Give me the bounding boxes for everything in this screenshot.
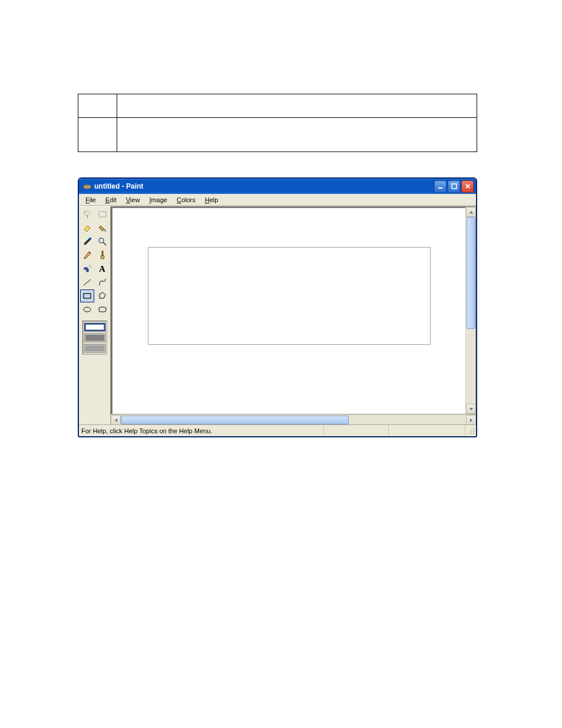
svg-text:A: A	[99, 264, 105, 274]
document-table	[78, 94, 477, 152]
menu-help[interactable]: Help	[201, 196, 223, 204]
menu-image[interactable]: Image	[145, 196, 171, 204]
tool-rectangle[interactable]	[80, 289, 94, 302]
paint-window: untitled - Paint File Edit View Image Co…	[78, 177, 477, 437]
menu-view[interactable]: View	[122, 196, 144, 204]
menu-file[interactable]: File	[81, 196, 100, 204]
status-help-text: For Help, click Help Topics on the Help …	[81, 427, 212, 434]
scroll-down-button[interactable]	[466, 404, 476, 414]
svg-rect-5	[452, 184, 457, 189]
status-size-pane	[389, 425, 465, 436]
titlebar[interactable]: untitled - Paint	[79, 179, 476, 194]
svg-point-11	[90, 267, 91, 268]
vertical-scroll-track[interactable]	[466, 217, 475, 404]
tool-polygon[interactable]	[95, 289, 110, 302]
scroll-up-button[interactable]	[466, 207, 476, 217]
resize-grip-icon[interactable]	[465, 426, 476, 436]
table-cell	[78, 118, 117, 152]
svg-point-12	[90, 265, 90, 265]
statusbar: For Help, click Help Topics on the Help …	[79, 424, 476, 436]
vertical-scrollbar[interactable]	[465, 207, 475, 414]
horizontal-scroll-thumb[interactable]	[121, 416, 349, 424]
drawn-rectangle	[148, 247, 431, 345]
svg-point-10	[89, 266, 90, 266]
table-cell	[78, 94, 117, 118]
svg-rect-16	[99, 307, 106, 312]
tool-fill[interactable]	[95, 222, 110, 235]
toolbox: A	[79, 206, 111, 424]
svg-rect-9	[102, 251, 103, 256]
tool-airbrush[interactable]	[80, 262, 94, 275]
svg-point-17	[473, 428, 474, 429]
tool-rounded-rectangle[interactable]	[95, 303, 110, 316]
svg-point-21	[471, 433, 472, 434]
svg-point-15	[84, 307, 91, 312]
tool-select[interactable]	[95, 208, 110, 221]
fill-option-outline[interactable]	[84, 323, 105, 331]
window-title: untitled - Paint	[94, 182, 143, 190]
canvas[interactable]	[113, 208, 465, 414]
tool-pick-color[interactable]	[80, 235, 94, 248]
table-cell	[117, 94, 477, 118]
svg-rect-4	[438, 187, 442, 189]
fill-option-outline-fill[interactable]	[84, 334, 105, 342]
svg-point-1	[85, 186, 86, 187]
tool-text[interactable]: A	[95, 262, 110, 275]
tool-options	[82, 321, 107, 355]
status-help-pane: For Help, click Help Topics on the Help …	[79, 425, 324, 436]
maximize-button[interactable]	[448, 180, 460, 193]
svg-point-3	[88, 186, 90, 187]
tool-curve[interactable]	[95, 276, 110, 289]
menubar: File Edit View Image Colors Help	[79, 194, 476, 206]
tool-ellipse[interactable]	[80, 303, 94, 316]
close-button[interactable]	[461, 180, 474, 193]
tool-eraser[interactable]	[80, 222, 94, 235]
scroll-left-button[interactable]	[111, 415, 121, 425]
menu-colors[interactable]: Colors	[173, 196, 200, 204]
svg-rect-14	[84, 294, 91, 298]
tool-line[interactable]	[80, 276, 94, 289]
svg-point-2	[87, 186, 88, 187]
horizontal-scrollbar[interactable]	[111, 414, 476, 424]
svg-point-8	[99, 238, 104, 243]
scroll-right-button[interactable]	[466, 415, 476, 425]
svg-rect-7	[89, 238, 91, 240]
svg-point-22	[468, 433, 470, 434]
tool-magnifier[interactable]	[95, 235, 110, 248]
fill-option-solid[interactable]	[84, 344, 105, 353]
tool-free-form-select[interactable]	[80, 208, 94, 221]
table-cell	[117, 118, 477, 152]
paint-app-icon	[82, 182, 92, 191]
tool-brush[interactable]	[95, 249, 110, 262]
tool-pencil[interactable]	[80, 249, 94, 262]
svg-point-18	[473, 430, 474, 431]
minimize-button[interactable]	[434, 180, 447, 193]
svg-point-19	[471, 430, 472, 431]
svg-point-20	[473, 433, 474, 434]
horizontal-scroll-track[interactable]	[121, 415, 466, 424]
vertical-scroll-thumb[interactable]	[467, 217, 475, 329]
status-coords-pane	[324, 425, 389, 436]
menu-edit[interactable]: Edit	[101, 196, 121, 204]
svg-rect-6	[99, 212, 106, 217]
